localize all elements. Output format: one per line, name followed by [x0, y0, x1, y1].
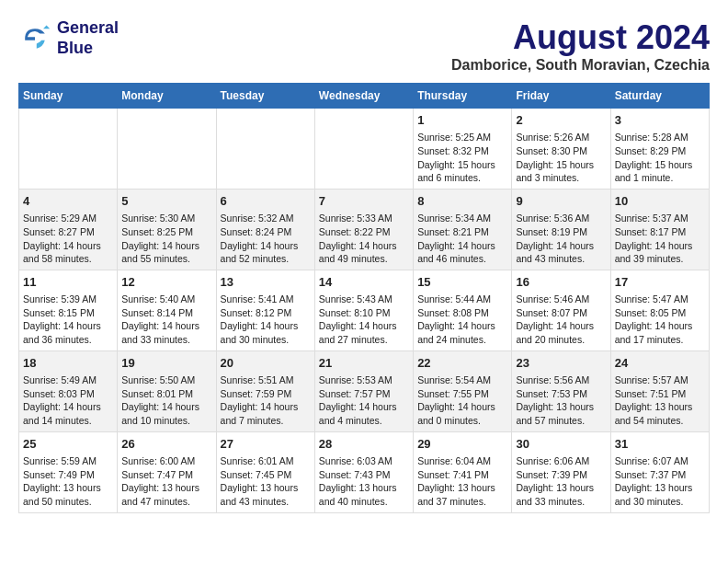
week-row-4: 18Sunrise: 5:49 AM Sunset: 8:03 PM Dayli… [19, 350, 710, 431]
day-info: Sunrise: 5:57 AM Sunset: 7:51 PM Dayligh… [615, 373, 705, 428]
day-cell: 7Sunrise: 5:33 AM Sunset: 8:22 PM Daylig… [314, 189, 413, 270]
day-info: Sunrise: 6:06 AM Sunset: 7:39 PM Dayligh… [516, 454, 606, 509]
day-info: Sunrise: 5:36 AM Sunset: 8:19 PM Dayligh… [516, 212, 606, 266]
logo-text: General Blue [57, 18, 119, 58]
day-info: Sunrise: 5:37 AM Sunset: 8:17 PM Dayligh… [615, 212, 705, 266]
day-info: Sunrise: 5:53 AM Sunset: 7:57 PM Dayligh… [319, 373, 409, 428]
day-cell: 13Sunrise: 5:41 AM Sunset: 8:12 PM Dayli… [216, 270, 314, 350]
day-cell: 2Sunrise: 5:26 AM Sunset: 8:30 PM Daylig… [512, 109, 610, 190]
day-info: Sunrise: 5:28 AM Sunset: 8:29 PM Dayligh… [615, 131, 705, 185]
day-cell: 6Sunrise: 5:32 AM Sunset: 8:24 PM Daylig… [216, 189, 314, 270]
day-number: 8 [417, 193, 507, 210]
day-cell: 23Sunrise: 5:56 AM Sunset: 7:53 PM Dayli… [512, 350, 610, 431]
day-number: 28 [319, 436, 409, 453]
day-number: 12 [121, 274, 211, 291]
day-cell: 26Sunrise: 6:00 AM Sunset: 7:47 PM Dayli… [118, 431, 216, 512]
day-info: Sunrise: 5:47 AM Sunset: 8:05 PM Dayligh… [615, 293, 705, 347]
day-number: 19 [121, 355, 211, 372]
week-row-3: 11Sunrise: 5:39 AM Sunset: 8:15 PM Dayli… [19, 270, 710, 350]
calendar-table: SundayMondayTuesdayWednesdayThursdayFrid… [18, 83, 710, 513]
day-cell: 16Sunrise: 5:46 AM Sunset: 8:07 PM Dayli… [512, 270, 610, 350]
day-info: Sunrise: 5:29 AM Sunset: 8:27 PM Dayligh… [23, 212, 113, 266]
day-cell: 25Sunrise: 5:59 AM Sunset: 7:49 PM Dayli… [19, 431, 118, 512]
header-wednesday: Wednesday [314, 84, 413, 109]
logo: General Blue [18, 18, 119, 58]
day-cell [118, 109, 216, 190]
day-cell: 8Sunrise: 5:34 AM Sunset: 8:21 PM Daylig… [414, 189, 512, 270]
day-cell: 22Sunrise: 5:54 AM Sunset: 7:55 PM Dayli… [414, 350, 512, 431]
day-cell: 14Sunrise: 5:43 AM Sunset: 8:10 PM Dayli… [314, 270, 413, 350]
main-title: August 2024 [451, 18, 710, 57]
logo-line1: General [57, 18, 119, 39]
day-cell: 18Sunrise: 5:49 AM Sunset: 8:03 PM Dayli… [19, 350, 118, 431]
day-info: Sunrise: 5:39 AM Sunset: 8:15 PM Dayligh… [23, 293, 113, 347]
day-info: Sunrise: 5:26 AM Sunset: 8:30 PM Dayligh… [516, 131, 606, 185]
day-cell: 24Sunrise: 5:57 AM Sunset: 7:51 PM Dayli… [610, 350, 709, 431]
day-cell [216, 109, 314, 190]
day-number: 27 [221, 436, 311, 453]
day-info: Sunrise: 5:30 AM Sunset: 8:25 PM Dayligh… [121, 212, 211, 266]
day-cell: 29Sunrise: 6:04 AM Sunset: 7:41 PM Dayli… [414, 431, 512, 512]
day-info: Sunrise: 5:33 AM Sunset: 8:22 PM Dayligh… [319, 212, 409, 266]
header-tuesday: Tuesday [216, 84, 314, 109]
day-number: 14 [319, 274, 409, 291]
day-number: 16 [516, 274, 606, 291]
day-info: Sunrise: 5:40 AM Sunset: 8:14 PM Dayligh… [121, 293, 211, 347]
week-row-2: 4Sunrise: 5:29 AM Sunset: 8:27 PM Daylig… [19, 189, 710, 270]
day-number: 11 [23, 274, 113, 291]
day-info: Sunrise: 5:50 AM Sunset: 8:01 PM Dayligh… [121, 373, 211, 428]
day-cell: 15Sunrise: 5:44 AM Sunset: 8:08 PM Dayli… [414, 270, 512, 350]
day-number: 1 [417, 112, 507, 129]
day-info: Sunrise: 5:56 AM Sunset: 7:53 PM Dayligh… [516, 373, 606, 428]
day-info: Sunrise: 5:59 AM Sunset: 7:49 PM Dayligh… [23, 454, 113, 509]
day-number: 21 [319, 355, 409, 372]
day-number: 4 [23, 193, 113, 210]
day-number: 26 [121, 436, 211, 453]
day-cell: 3Sunrise: 5:28 AM Sunset: 8:29 PM Daylig… [610, 109, 709, 190]
day-info: Sunrise: 5:32 AM Sunset: 8:24 PM Dayligh… [221, 212, 311, 266]
day-number: 9 [516, 193, 606, 210]
subtitle: Damborice, South Moravian, Czechia [451, 57, 710, 74]
day-number: 22 [417, 355, 507, 372]
day-cell [314, 109, 413, 190]
day-cell: 9Sunrise: 5:36 AM Sunset: 8:19 PM Daylig… [512, 189, 610, 270]
day-number: 5 [121, 193, 211, 210]
day-number: 31 [615, 436, 705, 453]
day-number: 15 [417, 274, 507, 291]
day-info: Sunrise: 5:51 AM Sunset: 7:59 PM Dayligh… [221, 373, 311, 428]
day-number: 29 [417, 436, 507, 453]
day-cell: 17Sunrise: 5:47 AM Sunset: 8:05 PM Dayli… [610, 270, 709, 350]
day-cell [19, 109, 118, 190]
day-number: 7 [319, 193, 409, 210]
day-cell: 21Sunrise: 5:53 AM Sunset: 7:57 PM Dayli… [314, 350, 413, 431]
day-info: Sunrise: 6:03 AM Sunset: 7:43 PM Dayligh… [319, 454, 409, 509]
page-header: General Blue August 2024 Damborice, Sout… [18, 18, 710, 74]
day-cell: 28Sunrise: 6:03 AM Sunset: 7:43 PM Dayli… [314, 431, 413, 512]
day-cell: 12Sunrise: 5:40 AM Sunset: 8:14 PM Dayli… [118, 270, 216, 350]
day-number: 17 [615, 274, 705, 291]
day-cell: 4Sunrise: 5:29 AM Sunset: 8:27 PM Daylig… [19, 189, 118, 270]
day-number: 24 [615, 355, 705, 372]
header-saturday: Saturday [610, 84, 709, 109]
header-thursday: Thursday [414, 84, 512, 109]
header-friday: Friday [512, 84, 610, 109]
day-cell: 1Sunrise: 5:25 AM Sunset: 8:32 PM Daylig… [414, 109, 512, 190]
day-number: 13 [221, 274, 311, 291]
day-cell: 19Sunrise: 5:50 AM Sunset: 8:01 PM Dayli… [118, 350, 216, 431]
day-info: Sunrise: 5:25 AM Sunset: 8:32 PM Dayligh… [417, 131, 507, 185]
day-number: 10 [615, 193, 705, 210]
day-number: 3 [615, 112, 705, 129]
header-monday: Monday [118, 84, 216, 109]
day-info: Sunrise: 6:00 AM Sunset: 7:47 PM Dayligh… [121, 454, 211, 509]
day-info: Sunrise: 6:01 AM Sunset: 7:45 PM Dayligh… [221, 454, 311, 509]
day-info: Sunrise: 5:43 AM Sunset: 8:10 PM Dayligh… [319, 293, 409, 347]
day-cell: 27Sunrise: 6:01 AM Sunset: 7:45 PM Dayli… [216, 431, 314, 512]
day-info: Sunrise: 5:54 AM Sunset: 7:55 PM Dayligh… [417, 373, 507, 428]
day-info: Sunrise: 5:34 AM Sunset: 8:21 PM Dayligh… [417, 212, 507, 266]
day-number: 2 [516, 112, 606, 129]
day-number: 30 [516, 436, 606, 453]
day-info: Sunrise: 5:49 AM Sunset: 8:03 PM Dayligh… [23, 373, 113, 428]
day-info: Sunrise: 5:46 AM Sunset: 8:07 PM Dayligh… [516, 293, 606, 347]
calendar-header-row: SundayMondayTuesdayWednesdayThursdayFrid… [19, 84, 710, 109]
day-number: 18 [23, 355, 113, 372]
